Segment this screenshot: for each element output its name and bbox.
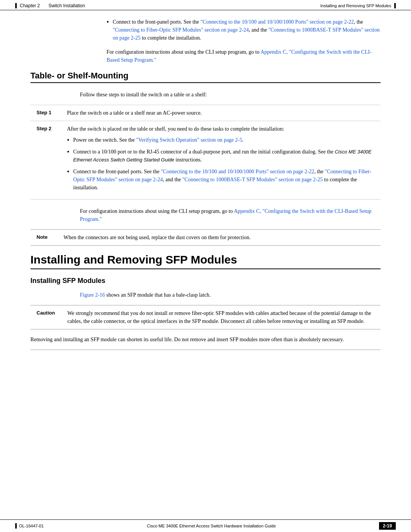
chapter-label: Chapter 2 <box>20 3 40 8</box>
step-2-content: After the switch is placed on the table … <box>61 121 381 200</box>
step-1-label: Step 1 <box>30 105 61 121</box>
footer-left: OL-16447-01 <box>15 523 44 529</box>
intro-bullet-1: • Connect to the front-panel ports. See … <box>107 18 381 42</box>
note-text: When the connectors are not being used, … <box>64 233 250 241</box>
page-footer: OL-16447-01 Cisco ME 3400E Ethernet Acce… <box>0 519 411 532</box>
step-2-row: Step 2 After the switch is placed on the… <box>30 121 381 200</box>
config-note-2: For configuration instructions about usi… <box>80 207 381 223</box>
bullet-dot-2a: • <box>67 137 69 144</box>
step-2-bullet-1: • Power on the switch. See the "Verifyin… <box>67 136 374 144</box>
bullet-dot-2b: • <box>67 149 69 164</box>
step-2-bullet-1-text: Power on the switch. See the "Verifying … <box>73 136 244 144</box>
header-right: Installing and Removing SFP Modules <box>320 3 396 8</box>
footer-center: Cisco ME 3400E Ethernet Access Switch Ha… <box>147 524 276 528</box>
installing-sfp-heading: Installing SFP Modules <box>30 277 381 285</box>
footer-left-bar <box>15 523 17 529</box>
intro-bullet-1-text: Connect to the front-panel ports. See th… <box>113 18 381 42</box>
sfp-intro: Figure 2-16 shows an SFP module that has… <box>80 291 381 299</box>
step-2-bullet-2-text: Connect to a 10/100 port or to the RJ-45… <box>73 148 374 164</box>
footer-page-number: 2-19 <box>379 522 396 530</box>
step-1-row: Step 1 Place the switch on a table or a … <box>30 105 381 121</box>
bullet-dot-1: • <box>107 19 109 42</box>
step-2-bullet-2: • Connect to a 10/100 port or to the RJ-… <box>67 148 374 164</box>
step2-link-1[interactable]: "Verifying Switch Operation" section on … <box>136 137 242 143</box>
intro-bullets: • Connect to the front-panel ports. See … <box>107 18 381 42</box>
chapter-separator <box>43 3 46 8</box>
header-left: Chapter 2 Switch Installation <box>15 3 85 8</box>
shelf-mounting-intro: Follow these steps to install the switch… <box>80 91 381 99</box>
caution-text: We strongly recommend that you do not in… <box>67 309 374 325</box>
caution-label: Caution <box>37 309 61 325</box>
main-content: • Connect to the front-panel ports. See … <box>0 10 411 380</box>
footer-doc-number: OL-16447-01 <box>19 524 44 528</box>
removing-note: Removing and installing an SFP module ca… <box>30 335 381 350</box>
step-2-label: Step 2 <box>30 121 61 200</box>
config-note-1: For configuration instructions about usi… <box>107 48 381 64</box>
note-label: Note <box>37 233 57 241</box>
step2-bullet3-link-3[interactable]: "Connecting to 1000BASE-T SFP Modules" s… <box>182 177 323 182</box>
step-2-bullets: • Power on the switch. See the "Verifyin… <box>67 136 374 192</box>
step2-bullet3-link-1[interactable]: "Connecting to the 10/100 and 10/100/100… <box>161 169 314 174</box>
page-header: Chapter 2 Switch Installation Installing… <box>0 0 411 10</box>
installing-removing-heading: Installing and Removing SFP Modules <box>30 253 381 269</box>
step-2-bullet-3-text: Connect to the front-panel ports. See th… <box>73 168 374 192</box>
steps-table: Step 1 Place the switch on a table or a … <box>30 105 381 200</box>
intro-link-2[interactable]: "Connecting to Fiber-Optic SFP Modules" … <box>113 27 249 33</box>
figure-link[interactable]: Figure 2-16 <box>80 292 105 298</box>
page: Chapter 2 Switch Installation Installing… <box>0 0 411 532</box>
bullet-dot-2c: • <box>67 168 69 192</box>
header-right-text: Installing and Removing SFP Modules <box>320 3 391 8</box>
caution-box: Caution We strongly recommend that you d… <box>30 305 381 329</box>
intro-link-1[interactable]: "Connecting to the 10/100 and 10/100/100… <box>200 19 354 25</box>
header-right-bar <box>394 3 396 8</box>
step-1-content: Place the switch on a table or a shelf n… <box>61 105 381 121</box>
chapter-title: Switch Installation <box>48 3 85 8</box>
header-left-bar <box>15 3 17 8</box>
step-2-bullet-3: • Connect to the front-panel ports. See … <box>67 168 374 192</box>
note-box: Note When the connectors are not being u… <box>30 229 381 246</box>
shelf-mounting-heading: Table- or Shelf-Mounting <box>30 71 381 83</box>
